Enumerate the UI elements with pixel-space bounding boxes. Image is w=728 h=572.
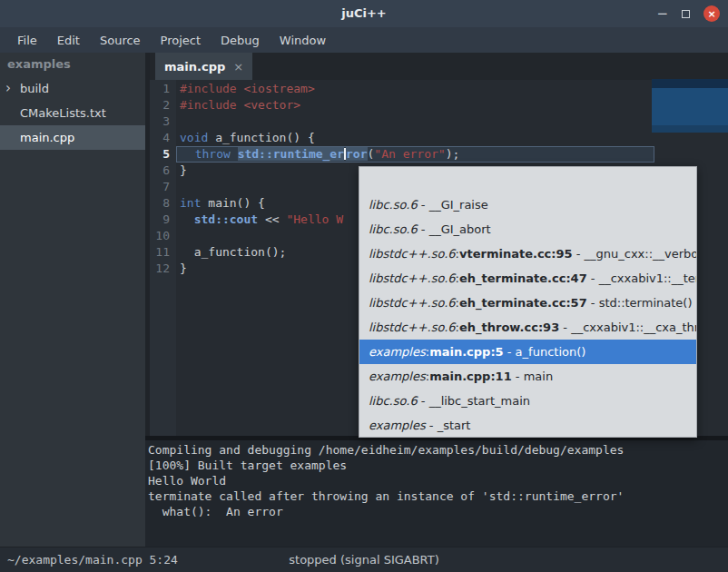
code-token: std::cout — [194, 212, 258, 226]
code-token — [231, 147, 238, 161]
line-number: 4 — [150, 130, 176, 146]
code-token: <iostream> — [243, 82, 314, 95]
stack-frame-segment: examples — [369, 370, 426, 383]
stack-frame-segment: - __libc_start_main — [418, 394, 530, 408]
statusbar: ~/examples/main.cpp 5:24 stopped (signal… — [0, 547, 728, 572]
tree-item-label: CMakeLists.txt — [20, 106, 106, 120]
stack-frame-6[interactable]: examples:main.cpp:5 - a_function() — [359, 340, 696, 364]
stack-frame-3[interactable]: libstdc++.so.6:eh_terminate.cc:47 - __cx… — [359, 266, 696, 291]
line-code — [176, 179, 180, 195]
stack-frame-2[interactable]: libstdc++.so.6:vterminate.cc:95 - __gnu_… — [359, 242, 696, 266]
blue-tooltip-header — [652, 79, 728, 88]
code-token: std::runtime_er — [238, 147, 344, 161]
stack-frame-0[interactable]: libc.so.6 - __GI_raise — [359, 192, 696, 217]
menu-file[interactable]: File — [7, 29, 47, 52]
stack-frame-segment: - __GI_raise — [418, 198, 488, 212]
blue-tooltip-panel — [652, 79, 728, 133]
terminal-line: Compiling and debugging /home/eidheim/ex… — [148, 442, 728, 458]
stack-frame-segment: - a_function() — [504, 345, 586, 359]
stack-frame-segment: - __cxxabiv1::__cxa_thro — [559, 321, 696, 334]
line-number: 3 — [150, 113, 176, 130]
code-token: ); — [446, 147, 460, 161]
stack-frame-segment: - _start — [426, 419, 471, 432]
expander-chevron-icon[interactable]: › — [5, 80, 11, 96]
tree-item-cmakelists-txt[interactable]: CMakeLists.txt — [0, 101, 145, 125]
line-code: throw std::runtime_error("An error"); — [176, 146, 654, 163]
code-token: a_function(); — [180, 245, 286, 259]
code-token: main() { — [201, 196, 264, 210]
code-line-3[interactable]: 3 — [150, 113, 728, 130]
tab-close-icon[interactable]: × — [233, 60, 243, 74]
code-token: int — [180, 196, 201, 210]
stack-frame-segment: libc.so.6 — [369, 222, 418, 236]
menu-source[interactable]: Source — [90, 29, 151, 52]
line-code: } — [176, 163, 187, 179]
code-line-2[interactable]: 2#include <vector> — [150, 97, 728, 113]
restore-icon[interactable] — [682, 10, 690, 18]
stack-frame-segment: examples — [369, 419, 426, 432]
menu-project[interactable]: Project — [151, 29, 211, 52]
code-token: } — [180, 261, 187, 275]
terminal-panel[interactable]: Compiling and debugging /home/eidheim/ex… — [145, 440, 728, 547]
tree-item-build[interactable]: ›build — [0, 76, 145, 101]
menu-edit[interactable]: Edit — [47, 29, 90, 52]
stack-frame-1[interactable]: libc.so.6 - __GI_abort — [359, 217, 696, 242]
stack-frame-segment: libc.so.6 — [369, 198, 418, 212]
code-token — [180, 212, 194, 226]
stack-frame-segment: libstdc++.so.6 — [369, 247, 456, 261]
stack-frame-segment: main.cpp:11 — [429, 370, 512, 383]
code-token: throw — [195, 147, 231, 161]
terminal-line: [100%] Built target examples — [148, 458, 728, 473]
stack-frame-5[interactable]: libstdc++.so.6:eh_throw.cc:93 - __cxxabi… — [359, 315, 696, 340]
stack-frame-segment: - __cxxabiv1::__term — [587, 271, 696, 285]
code-token: << — [258, 212, 286, 226]
sidebar: examples ›buildCMakeLists.txtmain.cpp — [0, 53, 145, 547]
minimize-icon[interactable]: − — [656, 9, 668, 18]
stack-frame-segment: libstdc++.so.6 — [369, 271, 456, 285]
line-number: 9 — [150, 212, 176, 228]
tab-main-cpp[interactable]: main.cpp × — [155, 53, 252, 80]
stacktrace-popup: libc.so.6 - __GI_raiselibc.so.6 - __GI_a… — [359, 166, 697, 438]
menubar: FileEditSourceProjectDebugWindow — [0, 27, 728, 53]
blue-tooltip-footer — [652, 125, 728, 133]
stacktrace-popup-spacer — [359, 167, 696, 192]
line-number: 12 — [150, 261, 176, 277]
line-code: #include <vector> — [176, 97, 300, 113]
stacktrace-list: libc.so.6 - __GI_raiselibc.so.6 - __GI_a… — [359, 192, 696, 438]
code-token: ror — [346, 147, 367, 161]
project-name: examples — [0, 53, 145, 76]
code-line-4[interactable]: 4void a_function() { — [150, 130, 728, 146]
line-number: 10 — [150, 228, 176, 244]
line-code: } — [176, 261, 187, 277]
code-token: "Hello W — [286, 212, 343, 226]
stack-frame-4[interactable]: libstdc++.so.6:eh_terminate.cc:57 - std:… — [359, 291, 696, 315]
stack-frame-segment: main.cpp:5 — [429, 345, 504, 359]
code-line-5[interactable]: 5 throw std::runtime_error("An error"); — [150, 146, 728, 163]
line-code — [176, 228, 180, 244]
line-number: 8 — [150, 195, 176, 212]
stack-frame-9[interactable]: examples - _start — [359, 413, 696, 438]
close-icon[interactable]: × — [703, 5, 720, 22]
stack-frame-segment: - __GI_abort — [418, 222, 491, 236]
code-token: <vector> — [243, 98, 300, 112]
code-token: #include — [180, 98, 243, 112]
terminal-line: Hello World — [148, 473, 728, 488]
tree-item-main-cpp[interactable]: main.cpp — [0, 125, 145, 150]
stack-frame-segment: - main — [512, 370, 553, 383]
tree-item-label: main.cpp — [20, 131, 74, 144]
code-token: void — [180, 131, 208, 144]
line-code — [176, 113, 180, 130]
code-line-1[interactable]: 1#include <iostream> — [150, 81, 728, 97]
line-number: 6 — [150, 163, 176, 179]
stack-frame-7[interactable]: examples:main.cpp:11 - main — [359, 364, 696, 389]
file-tree: ›buildCMakeLists.txtmain.cpp — [0, 76, 145, 150]
titlebar[interactable]: juCi++ − × — [0, 0, 728, 27]
status-debug-state: stopped (signal SIGABRT) — [0, 547, 728, 572]
stack-frame-segment: libstdc++.so.6 — [369, 321, 456, 334]
terminal-line: terminate called after throwing an insta… — [148, 488, 728, 504]
menu-debug[interactable]: Debug — [211, 29, 270, 52]
stack-frame-8[interactable]: libc.so.6 - __libc_start_main — [359, 389, 696, 413]
code-token: "An error" — [374, 147, 445, 161]
tab-label: main.cpp — [164, 60, 225, 74]
menu-window[interactable]: Window — [270, 29, 336, 52]
